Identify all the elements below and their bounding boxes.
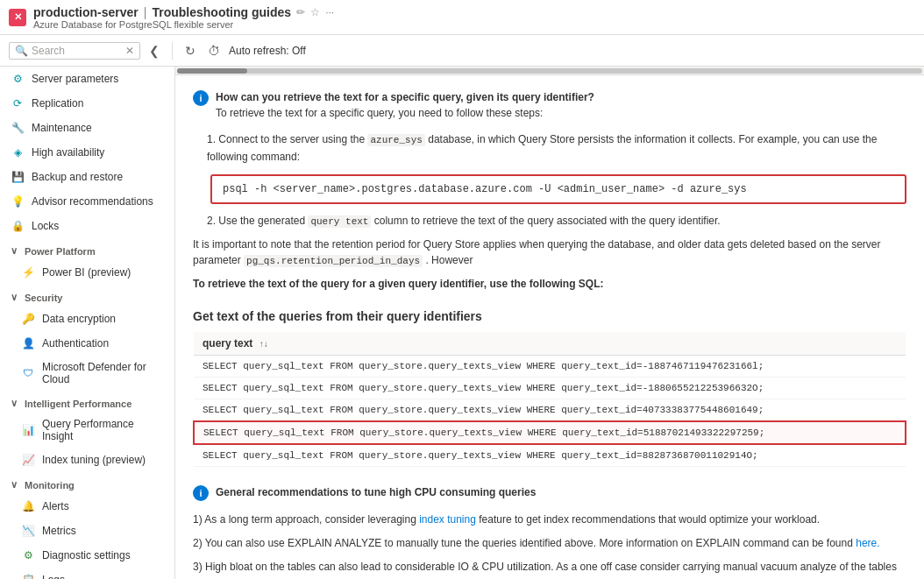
sidebar-item-authentication[interactable]: 👤 Authentication xyxy=(0,331,174,356)
note-code: pg_qs.retention_period_in_days xyxy=(244,255,423,267)
step2-text: 2. Use the generated query text column t… xyxy=(207,213,906,230)
schedule-button[interactable]: ⏱ xyxy=(204,40,224,61)
rec-info-box: i General recommendations to tune high C… xyxy=(193,484,906,501)
table-column-header: query text ↑↓ xyxy=(194,332,906,356)
auto-refresh-label: Auto refresh: Off xyxy=(229,45,306,57)
step1-text: 1. Connect to the server using the azure… xyxy=(207,131,906,166)
sidebar-item-label: Microsoft Defender for Cloud xyxy=(42,361,164,385)
sidebar-item-query-performance[interactable]: 📊 Query Performance Insight xyxy=(0,413,174,448)
sidebar-item-locks[interactable]: 🔒 Locks xyxy=(0,214,174,238)
section-chevron-icon: ∨ xyxy=(11,292,18,303)
collapse-button[interactable]: ❮ xyxy=(146,40,163,61)
index-tuning-link[interactable]: index tuning xyxy=(419,513,476,526)
subtitle: Azure Database for PostgreSQL flexible s… xyxy=(33,19,334,30)
query-text-cell: SELECT query_sql_text FROM query_store.q… xyxy=(194,444,906,467)
query-table: query text ↑↓ SELECT query_sql_text FROM… xyxy=(193,332,906,467)
sidebar-item-label: Index tuning (preview) xyxy=(42,454,146,466)
backup-restore-icon: 💾 xyxy=(11,170,25,184)
sidebar-item-replication[interactable]: ⟳ Replication xyxy=(0,91,174,116)
sidebar-item-label: Maintenance xyxy=(32,122,92,134)
sidebar-item-label: Authentication xyxy=(42,337,109,350)
sidebar-item-maintenance[interactable]: 🔧 Maintenance xyxy=(0,116,174,140)
toolbar: 🔍 Search ✕ ❮ ↻ ⏱ Auto refresh: Off xyxy=(0,35,924,67)
search-box[interactable]: 🔍 Search ✕ xyxy=(9,42,140,60)
diagnostic-icon: ⚙ xyxy=(21,548,35,562)
query-text-cell: SELECT query_sql_text FROM query_store.q… xyxy=(194,377,906,399)
sidebar-item-backup-restore[interactable]: 💾 Backup and restore xyxy=(0,165,174,189)
section-monitoring: ∨ Monitoring xyxy=(0,472,174,494)
section-chevron-icon: ∨ xyxy=(11,245,18,257)
column-label: query text xyxy=(203,337,252,350)
sidebar-item-advisor[interactable]: 💡 Advisor recommendations xyxy=(0,189,174,214)
refresh-button[interactable]: ↻ xyxy=(181,40,199,61)
defender-icon: 🛡 xyxy=(21,366,35,380)
rec2-content: 2) You can also use EXPLAIN ANALYZE to m… xyxy=(193,537,853,549)
rec-info-icon: i xyxy=(193,485,209,501)
search-icon: 🔍 xyxy=(15,45,28,57)
rec1-suffix: feature to get index recommendations tha… xyxy=(479,513,820,526)
rec1-text: 1) As a long term approach, consider lev… xyxy=(193,512,906,528)
edit-icon[interactable]: ✏ xyxy=(296,6,305,18)
h-scrollbar-track xyxy=(177,68,922,74)
sidebar-item-label: Query Performance Insight xyxy=(42,418,164,442)
step1-prefix: 1. Connect to the server using the xyxy=(207,133,365,145)
command-code-text: psql -h <server_name>.postgres.database.… xyxy=(223,183,747,195)
sidebar-item-label: Locks xyxy=(32,220,59,232)
sidebar-item-diagnostic[interactable]: ⚙ Diagnostic settings xyxy=(0,543,174,568)
command-code-block: psql -h <server_name>.postgres.database.… xyxy=(210,174,906,204)
sidebar-item-label: Advisor recommendations xyxy=(32,195,153,208)
recommendations-section: i General recommendations to tune high C… xyxy=(193,484,906,579)
sidebar-item-data-encryption[interactable]: 🔑 Data encryption xyxy=(0,307,174,331)
logs-icon: 📋 xyxy=(21,573,35,579)
step2-prefix: 2. Use the generated xyxy=(207,215,305,227)
step1-code: azure_sys xyxy=(367,134,424,146)
search-placeholder: Search xyxy=(32,45,65,57)
section-power-platform: ∨ Power Platform xyxy=(0,238,174,260)
sidebar-item-label: Logs xyxy=(42,574,65,579)
rec3-text: 3) High bloat on the tables can also lea… xyxy=(193,559,906,579)
sidebar-item-label: Metrics xyxy=(42,525,76,537)
favorite-icon[interactable]: ☆ xyxy=(310,6,320,18)
page-title: Troubleshooting guides xyxy=(152,5,291,19)
maintenance-icon: 🔧 xyxy=(11,121,25,135)
section-intelligent-perf: ∨ Intelligent Performance xyxy=(0,391,174,413)
sidebar-item-high-availability[interactable]: ◈ High availability xyxy=(0,140,174,165)
more-icon[interactable]: ··· xyxy=(325,6,334,18)
query-text-cell: SELECT query_sql_text FROM query_store.q… xyxy=(194,399,906,421)
metrics-icon: 📉 xyxy=(21,524,35,538)
high-availability-icon: ◈ xyxy=(11,145,25,159)
sidebar-item-label: Power BI (preview) xyxy=(42,266,131,279)
title-separator: | xyxy=(144,5,147,19)
top-bar: ✕ production-server | Troubleshooting gu… xyxy=(0,0,924,35)
sidebar-item-logs[interactable]: 📋 Logs xyxy=(0,568,174,579)
sidebar-item-label: Replication xyxy=(32,97,83,109)
section-label: Intelligent Performance xyxy=(25,399,131,409)
sort-icon[interactable]: ↑↓ xyxy=(259,339,268,349)
alerts-icon: 🔔 xyxy=(21,499,35,513)
section-chevron-icon: ∨ xyxy=(11,479,18,491)
sidebar-item-metrics[interactable]: 📉 Metrics xyxy=(0,519,174,543)
section-label: Security xyxy=(25,293,62,303)
info-question: How can you retrieve the text for a spec… xyxy=(216,91,594,103)
rec-info-text: General recommendations to tune high CPU… xyxy=(216,484,536,501)
sidebar-item-defender[interactable]: 🛡 Microsoft Defender for Cloud xyxy=(0,356,174,391)
section-label: Power Platform xyxy=(25,246,96,257)
sidebar-item-alerts[interactable]: 🔔 Alerts xyxy=(0,494,174,519)
advisor-icon: 💡 xyxy=(11,194,25,208)
sidebar-item-label: High availability xyxy=(32,146,104,159)
sidebar-item-power-bi[interactable]: ⚡ Power BI (preview) xyxy=(0,260,174,285)
here-link[interactable]: here. xyxy=(856,537,879,549)
app-icon: ✕ xyxy=(9,9,26,26)
info-text: How can you retrieve the text for a spec… xyxy=(216,89,594,121)
sidebar-item-label: Data encryption xyxy=(42,313,116,325)
main-content: i How can you retrieve the text for a sp… xyxy=(175,67,924,579)
power-bi-icon: ⚡ xyxy=(21,265,35,279)
sidebar-item-index-tuning[interactable]: 📈 Index tuning (preview) xyxy=(0,448,174,472)
h-scrollbar[interactable] xyxy=(175,67,924,75)
index-tuning-icon: 📈 xyxy=(21,453,35,467)
table-row: SELECT query_sql_text FROM query_store.q… xyxy=(194,377,906,399)
info-intro: To retrieve the text for a specific quer… xyxy=(216,107,543,119)
search-clear-icon[interactable]: ✕ xyxy=(125,45,134,57)
section-title: Get text of the queries from their query… xyxy=(193,309,906,323)
sidebar-item-server-parameters[interactable]: ⚙ Server parameters xyxy=(0,67,174,91)
